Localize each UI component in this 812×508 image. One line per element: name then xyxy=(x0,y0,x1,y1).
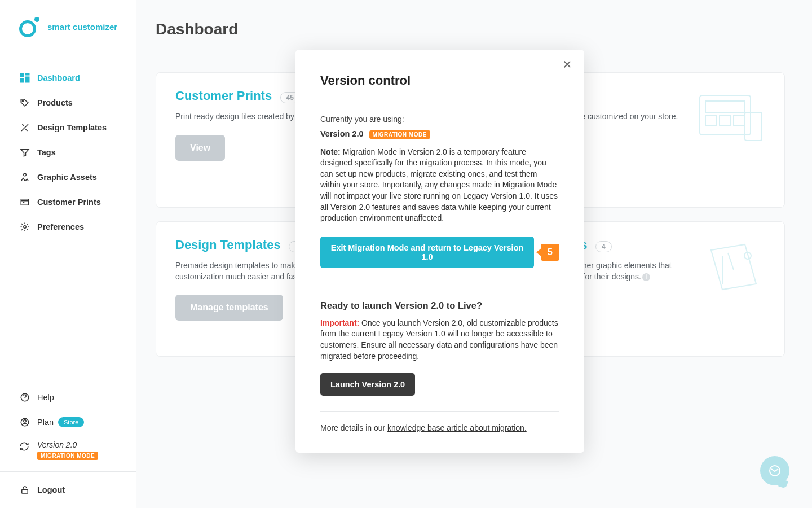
modal-currently: Currently you are using: xyxy=(320,115,559,124)
modal-version: Version 2.0 MIGRATION MODE xyxy=(320,129,559,139)
modal-important: Important: Once you launch Version 2.0, … xyxy=(320,318,559,362)
modal-note: Note: Migration Mode in Version 2.0 is a… xyxy=(320,147,559,224)
kb-link[interactable]: knowledge base article about migration. xyxy=(387,423,527,432)
launch-button[interactable]: Launch Version 2.0 xyxy=(320,373,415,396)
mail-icon xyxy=(768,464,782,478)
version-control-modal: Version control Currently you are using:… xyxy=(295,50,584,453)
modal-title: Version control xyxy=(320,73,559,102)
close-button[interactable] xyxy=(561,58,574,71)
modal-footer: More details in our knowledge base artic… xyxy=(320,411,559,432)
exit-count-badge: 5 xyxy=(541,244,559,261)
ready-heading: Ready to launch Version 2.0 to Live? xyxy=(320,300,559,311)
chat-button[interactable] xyxy=(760,456,789,485)
close-icon xyxy=(562,59,572,69)
exit-row: Exit Migration Mode and return to Legacy… xyxy=(320,237,559,284)
exit-migration-button[interactable]: Exit Migration Mode and return to Legacy… xyxy=(320,237,534,268)
migration-badge: MIGRATION MODE xyxy=(369,130,430,139)
